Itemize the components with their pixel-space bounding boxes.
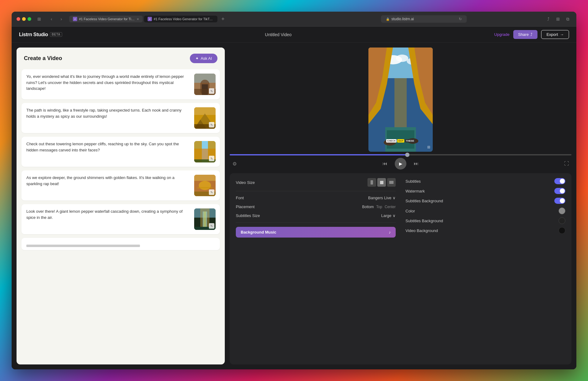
ask-ai-button[interactable]: ✦ Ask AI: [190, 54, 217, 63]
watermark-toggle-row: Watermark: [405, 188, 565, 194]
traffic-light-close[interactable]: [17, 17, 20, 21]
tab-favicon-2: #: [148, 17, 152, 21]
size-btn-portrait[interactable]: [368, 178, 376, 187]
video-bg-label: Video Background: [405, 228, 438, 233]
scene-image-1[interactable]: ✎: [194, 74, 216, 95]
scene-image-4[interactable]: ✎: [194, 175, 216, 196]
scene-edit-icon-5[interactable]: ✎: [209, 223, 214, 229]
square-icon: [380, 181, 383, 184]
subtitles-bg-color-label: Subtitles Background: [405, 219, 443, 223]
address-bar[interactable]: 🔒 studio.listrn.ai ↻: [381, 15, 467, 23]
chevron-down-icon: ∨: [393, 196, 396, 200]
play-button[interactable]: ▶: [395, 158, 406, 170]
share-button[interactable]: Share ⤴: [513, 30, 538, 39]
video-background: [368, 48, 433, 152]
video-bg-color-swatch[interactable]: [559, 227, 565, 234]
forward-button[interactable]: ⏭: [411, 159, 421, 169]
main-layout: Create a Video ✦ Ask AI Yo, ever wondere…: [12, 43, 576, 369]
left-panel-header: Create a Video ✦ Ask AI: [17, 48, 225, 67]
scene-text-5: Look over there! A giant lemon pepper wa…: [26, 208, 190, 220]
svg-rect-40: [394, 78, 407, 127]
browser-tab-1[interactable]: # #1 Faceless Video Generator for TikTok…: [69, 16, 143, 22]
scene-edit-icon-2[interactable]: ✎: [209, 122, 214, 128]
scene-card-5: Look over there! A giant lemon pepper wa…: [21, 204, 220, 234]
subtitle-word-check: CHECK: [386, 139, 397, 143]
subtitles-bg-toggle-row: Subtitles Background: [405, 198, 565, 204]
browser-tab-2[interactable]: # #1 Faceless Video Generator for TikTok…: [144, 16, 217, 22]
settings-panel: Video Size: [230, 173, 571, 364]
forward-button[interactable]: ›: [57, 15, 66, 23]
scene-edit-icon-4[interactable]: ✎: [209, 189, 214, 195]
video-controls: ⚙ ⏮ ▶ ⏭ ⛶: [230, 154, 571, 170]
share-icon: ⤴: [530, 32, 533, 37]
fullscreen-button[interactable]: ⛶: [562, 159, 571, 169]
subtitles-bg-toggle[interactable]: [554, 198, 565, 204]
placement-label: Placement: [236, 204, 273, 209]
export-arrow-icon: →: [560, 32, 564, 37]
subtitles-toggle-knob: [560, 179, 565, 184]
app-logo: Listrn Studio BETA: [19, 32, 62, 37]
traffic-light-maximize[interactable]: [28, 17, 31, 21]
scene-image-3[interactable]: ✎: [194, 141, 216, 162]
upgrade-button[interactable]: Upgrade: [494, 32, 510, 37]
scene-text-1: Yo, ever wondered what it's like to jour…: [26, 74, 190, 92]
subtitles-bg-toggle-knob: [560, 198, 565, 203]
new-tab-button[interactable]: +: [219, 15, 227, 23]
address-bar-section: 🔒 studio.listrn.ai ↻: [307, 15, 541, 23]
subtitles-size-row: Subtitles Size Large ∨: [236, 213, 396, 218]
scene-image-2[interactable]: ✎: [194, 107, 216, 129]
font-dropdown[interactable]: Bangers Live ∨: [368, 196, 396, 200]
video-and-controls: CHECK OUT THESE ⊞ ⚙: [230, 48, 571, 170]
settings-button[interactable]: ⚙: [230, 159, 239, 169]
placement-row: Placement Bottom Top Center: [236, 204, 396, 209]
traffic-light-minimize[interactable]: [22, 17, 26, 21]
video-size-label: Video Size: [236, 180, 273, 185]
header-actions: Upgrade Share ⤴ Export →: [494, 30, 569, 39]
scene-edit-icon-3[interactable]: ✎: [209, 156, 214, 161]
bg-music-label: Background Music: [241, 230, 276, 234]
watermark-toggle[interactable]: [554, 188, 565, 194]
subtitle-word-these: THESE: [405, 139, 415, 143]
subtitles-toggle[interactable]: [554, 178, 565, 184]
share-browser-button[interactable]: ⤴: [545, 15, 552, 23]
progress-bar[interactable]: [230, 154, 571, 155]
size-btn-landscape[interactable]: [387, 178, 396, 187]
subtitles-bg-color-swatch[interactable]: [559, 217, 565, 224]
background-music-button[interactable]: Background Music ♪: [236, 227, 396, 238]
svg-point-30: [396, 55, 408, 62]
color-swatch[interactable]: [559, 208, 565, 214]
placement-center[interactable]: Center: [385, 205, 396, 209]
tab-close-1[interactable]: ✕: [137, 17, 139, 21]
size-chevron-icon: ∨: [393, 213, 396, 218]
subtitle-word-out: OUT: [397, 139, 404, 143]
video-container: CHECK OUT THESE ⊞: [368, 48, 433, 152]
scene-edit-icon-1[interactable]: ✎: [209, 88, 214, 94]
header-title: Untitled Video: [62, 32, 494, 37]
browser-window: ⊞ ‹ › # #1 Faceless Video Generator for …: [12, 12, 576, 369]
extensions-button[interactable]: ⧉: [564, 15, 571, 23]
video-subtitle: CHECK OUT THESE: [386, 139, 415, 143]
create-video-title: Create a Video: [24, 55, 62, 62]
refresh-icon[interactable]: ↻: [459, 17, 462, 21]
settings-col-right: Subtitles Watermark: [405, 178, 565, 238]
sidebar-toggle-icon[interactable]: ⊞: [35, 15, 43, 23]
rewind-button[interactable]: ⏮: [380, 159, 390, 169]
scene-card-6-partial: [21, 238, 220, 250]
browser-nav: ‹ ›: [47, 15, 66, 23]
ask-ai-label: Ask AI: [201, 56, 212, 61]
subtitles-toggle-label: Subtitles: [405, 179, 421, 184]
size-btn-square[interactable]: [377, 178, 386, 187]
scene-image-5[interactable]: ✎: [194, 208, 216, 230]
subtitles-size-dropdown[interactable]: Large ∨: [381, 213, 396, 218]
color-label: Color: [405, 209, 415, 213]
export-button[interactable]: Export →: [541, 30, 569, 39]
placement-bottom[interactable]: Bottom: [362, 205, 374, 209]
landscape-icon: [389, 181, 394, 184]
controls-row: ⚙ ⏮ ▶ ⏭ ⛶: [230, 158, 571, 170]
back-button[interactable]: ‹: [47, 15, 56, 23]
progress-handle[interactable]: [405, 153, 409, 157]
placement-top[interactable]: Top: [376, 205, 382, 209]
subtitles-toggle-row: Subtitles: [405, 178, 565, 184]
svg-rect-14: [202, 141, 208, 162]
new-window-button[interactable]: ⊞: [554, 15, 562, 23]
